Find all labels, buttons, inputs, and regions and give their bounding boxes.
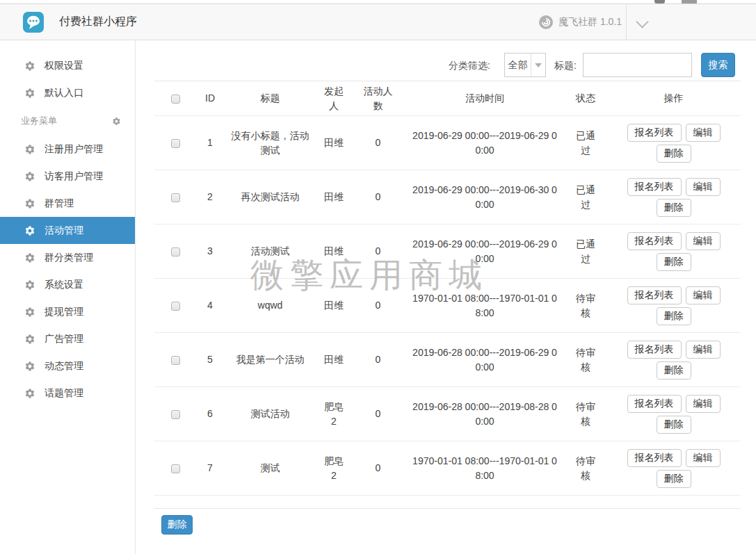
sidebar-item-label: 群分类管理 (45, 252, 93, 264)
col-header-title: 标题 (224, 81, 316, 116)
cell-status: 已通过 (565, 116, 606, 170)
edit-button[interactable]: 编辑 (686, 178, 721, 196)
gear-icon (24, 144, 35, 155)
sidebar-item-label: 动态管理 (45, 360, 83, 373)
table-header-row: ID 标题 发起人 活动人数 活动时间 状态 操作 (154, 81, 741, 116)
app-logo-icon (23, 12, 44, 33)
sidebar-item-label: 提现管理 (45, 306, 83, 318)
signup-list-button[interactable]: 报名列表 (627, 449, 682, 467)
edit-button[interactable]: 编辑 (686, 395, 721, 413)
gear-icon (24, 60, 35, 72)
cell-id: 4 (196, 279, 224, 333)
top-bar: 付费社群小程序 魔飞社群 1.0.1 (0, 3, 756, 40)
signup-list-button[interactable]: 报名列表 (627, 395, 682, 413)
delete-row-button[interactable]: 删除 (657, 253, 691, 271)
sidebar-item[interactable]: 提现管理 (0, 298, 135, 325)
sidebar-menu-group: 注册用户管理 访客用户管理 群管理 活动管理 群分类管理 系统设置 提现管理 广… (0, 136, 135, 407)
search-button[interactable]: 搜索 (701, 53, 735, 77)
delete-row-button[interactable]: 删除 (657, 361, 691, 380)
signup-list-button[interactable]: 报名列表 (627, 286, 682, 304)
cropped-gear-fragment (654, 0, 665, 3)
col-header-actions: 操作 (606, 81, 741, 116)
cell-initiator: 田维 (316, 116, 351, 170)
brand-name: 魔飞社群 1.0.1 (558, 16, 622, 28)
cell-status: 待审核 (565, 279, 606, 333)
gear-icon (24, 198, 35, 209)
sidebar-item[interactable]: 权限设置 (0, 52, 135, 79)
table-row: 6 测试活动 肥皂2 0 2019-06-28 00:00---2019-08-… (154, 387, 741, 441)
row-checkbox[interactable] (171, 410, 180, 419)
title-search-input[interactable] (583, 53, 692, 77)
table-row: 3 活动测试 田维 0 2019-06-29 00:00---2019-06-2… (154, 225, 741, 279)
cell-status: 待审核 (565, 387, 606, 441)
category-dropdown[interactable]: 全部 (504, 53, 546, 77)
brand-icon (539, 15, 553, 29)
sidebar-item-label: 系统设置 (45, 279, 83, 291)
footer-divider (154, 508, 741, 509)
gear-icon (24, 252, 35, 263)
cell-initiator: 田维 (316, 170, 351, 225)
delete-row-button[interactable]: 删除 (657, 470, 691, 488)
row-checkbox[interactable] (171, 139, 180, 148)
signup-list-button[interactable]: 报名列表 (627, 341, 682, 359)
sidebar-item[interactable]: 广告管理 (0, 325, 135, 352)
cell-activity-time: 1970-01-01 08:00---1970-01-01 08:00 (405, 279, 565, 333)
sidebar-section-header: 业务菜单 (0, 106, 135, 136)
cell-status: 已通过 (565, 225, 606, 279)
sidebar-item-label: 群管理 (45, 197, 74, 210)
cell-status: 已通过 (565, 170, 606, 225)
cell-activity-time: 2019-06-29 00:00---2019-06-30 00:00 (405, 170, 565, 225)
bulk-delete-button[interactable]: 删除 (161, 515, 193, 535)
table-row: 1 没有小标题，活动测试 田维 0 2019-06-29 00:00---201… (154, 116, 741, 170)
sidebar-item[interactable]: 访客用户管理 (0, 163, 135, 190)
sidebar-item[interactable]: 注册用户管理 (0, 136, 135, 163)
col-header-id: ID (196, 81, 224, 116)
sidebar-item[interactable]: 群分类管理 (0, 244, 135, 271)
sidebar-item-label: 注册用户管理 (45, 143, 103, 156)
edit-button[interactable]: 编辑 (686, 124, 721, 142)
sidebar-item[interactable]: 系统设置 (0, 271, 135, 298)
sidebar-item[interactable]: 话题管理 (0, 380, 135, 407)
edit-button[interactable]: 编辑 (686, 449, 721, 467)
row-checkbox[interactable] (171, 247, 180, 256)
delete-row-button[interactable]: 删除 (657, 416, 691, 434)
cell-participants: 0 (351, 279, 405, 333)
signup-list-button[interactable]: 报名列表 (627, 178, 682, 196)
col-header-participants: 活动人数 (351, 81, 405, 116)
app-title: 付费社群小程序 (59, 15, 137, 29)
gear-icon (24, 307, 35, 318)
cell-participants: 0 (351, 116, 405, 170)
table-row: 4 wqwd 田维 0 1970-01-01 08:00---1970-01-0… (154, 279, 741, 333)
gear-icon (24, 388, 35, 399)
signup-list-button[interactable]: 报名列表 (627, 232, 682, 250)
delete-row-button[interactable]: 删除 (657, 199, 691, 217)
chevron-down-icon[interactable] (636, 15, 648, 28)
cell-status: 待审核 (565, 441, 606, 496)
gear-icon (24, 225, 35, 236)
sidebar-item[interactable]: 活动管理 (0, 217, 135, 244)
cell-id: 6 (196, 387, 224, 441)
gear-icon (24, 171, 35, 182)
row-checkbox[interactable] (171, 464, 180, 473)
edit-button[interactable]: 编辑 (686, 341, 721, 359)
signup-list-button[interactable]: 报名列表 (627, 124, 682, 142)
delete-row-button[interactable]: 删除 (657, 307, 691, 325)
edit-button[interactable]: 编辑 (686, 232, 721, 250)
table-row: 2 再次测试活动 田维 0 2019-06-29 00:00---2019-06… (154, 170, 741, 225)
cell-initiator: 肥皂2 (316, 441, 351, 496)
sidebar-item[interactable]: 动态管理 (0, 352, 135, 380)
cell-title: 我是第一个活动 (224, 333, 316, 387)
delete-row-button[interactable]: 删除 (657, 145, 691, 163)
cell-title: 活动测试 (224, 225, 316, 279)
cell-initiator: 田维 (316, 225, 351, 279)
row-checkbox[interactable] (171, 302, 180, 311)
menu-config-gear-icon[interactable] (112, 117, 121, 126)
sidebar-item[interactable]: 默认入口 (0, 79, 135, 106)
edit-button[interactable]: 编辑 (686, 286, 721, 304)
select-all-checkbox[interactable] (171, 95, 180, 104)
row-checkbox[interactable] (171, 193, 180, 202)
sidebar-item-label: 访客用户管理 (45, 170, 103, 183)
row-checkbox[interactable] (171, 356, 180, 365)
sidebar-item[interactable]: 群管理 (0, 190, 135, 217)
table-row: 5 我是第一个活动 田维 0 2019-06-28 00:00---2019-0… (154, 333, 741, 387)
